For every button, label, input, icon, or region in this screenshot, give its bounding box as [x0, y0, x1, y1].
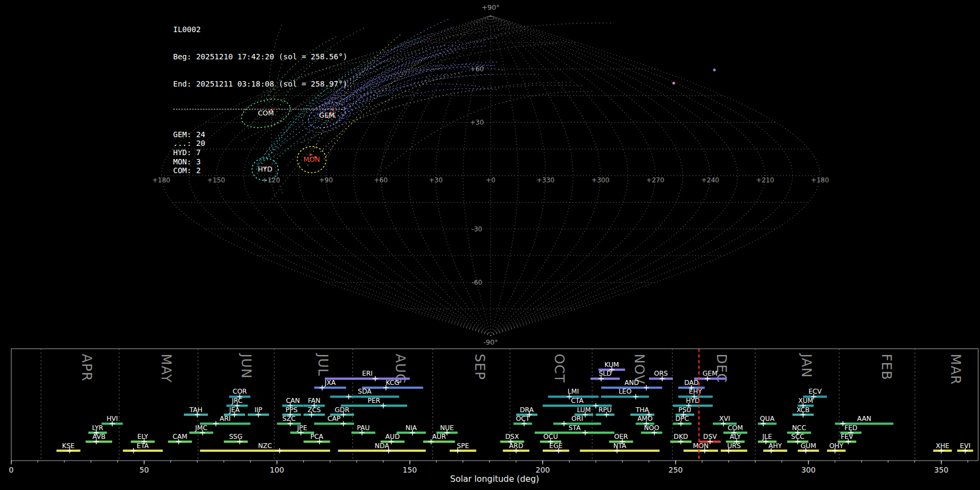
x-tick-label: 300 [801, 465, 816, 474]
shower-label-SCC: SCC [791, 433, 804, 440]
shower-label-DAD: DAD [684, 379, 699, 387]
shower-label-NTA: NTA [613, 442, 626, 450]
shower-label-JRC: JRC [231, 397, 243, 405]
shower-label-ETA: ETA [137, 442, 149, 450]
shower-label-GUM: GUM [800, 442, 816, 450]
shower-peak-CAP [341, 421, 346, 426]
shower-label-ELY: ELY [137, 433, 149, 440]
x-axis: 050100150200250300350Solar longitude (de… [9, 461, 967, 484]
shower-bar-SDA [330, 396, 399, 398]
month-label-APR: APR [79, 354, 94, 382]
shower-label-DRA: DRA [520, 406, 534, 414]
shower-label-RPU: RPU [598, 406, 611, 414]
month-label-FEB: FEB [879, 354, 894, 381]
shower-label-NZC: NZC [258, 442, 272, 450]
shower-peak-CTA [593, 403, 599, 408]
longitude-label: +270 [646, 176, 664, 184]
shower-peak-JXA [320, 385, 325, 390]
shower-bar-AUR [423, 440, 455, 443]
shower-count-line: COM: 2 [173, 166, 347, 175]
south-pole-label: -90° [483, 338, 498, 346]
stray-point [713, 69, 716, 71]
x-tick-label: 200 [536, 465, 550, 474]
shower-label-SLD: SLD [599, 370, 612, 377]
shower-label-FED: FED [844, 424, 857, 432]
longitude-label: +0 [486, 176, 495, 184]
observation-end: End: 20251211 03:18:08 (sol = 258.97°) [173, 79, 347, 89]
shower-peak-NZC [277, 448, 283, 454]
x-tick-label: 0 [9, 465, 14, 474]
shower-label-CAN: CAN [286, 397, 300, 405]
shower-label-NIA: NIA [406, 424, 418, 432]
shower-label-ERI: ERI [362, 370, 373, 377]
shower-label-IIP: IIP [254, 406, 262, 414]
shower-label-EGE: EGE [549, 442, 563, 450]
shower-label-AHY: AHY [768, 442, 782, 450]
shower-label-CAP: CAP [328, 415, 341, 422]
shower-bar-PCA [304, 440, 330, 443]
shower-label-PSU: PSU [678, 406, 691, 414]
shower-label-URS: URS [727, 442, 741, 450]
shower-label-JPE: JPE [297, 424, 307, 432]
meteor-trail [358, 24, 509, 96]
meteor-trail [331, 46, 486, 109]
shower-label-LMI: LMI [568, 388, 579, 395]
shower-label-SSG: SSG [229, 433, 243, 440]
graticule-meridian [491, 16, 793, 336]
info-separator [173, 109, 345, 109]
longitude-label: +210 [756, 176, 774, 184]
shower-peak-AND [644, 385, 649, 390]
shower-label-AMO: AMO [638, 415, 653, 422]
month-label-JUN: JUN [238, 353, 254, 379]
shower-label-OCT: OCT [516, 415, 530, 422]
shower-label-NOO: NOO [644, 424, 659, 432]
shower-label-CAM: CAM [173, 433, 187, 440]
month-label-JUL: JUL [315, 353, 330, 377]
shower-label-EHY: EHY [689, 388, 702, 395]
shower-label-HYD: HYD [686, 397, 700, 405]
north-pole-label: +90° [482, 3, 500, 11]
graticule-meridian [491, 16, 628, 336]
shower-count-line: MON: 3 [173, 157, 347, 167]
month-label-MAY: MAY [158, 354, 174, 383]
shower-label-SPE: SPE [457, 442, 469, 450]
shower-peak-ARI [213, 421, 219, 426]
shower-peak-STA [583, 430, 588, 436]
shower-bar-AND [601, 387, 662, 389]
shower-count-line: HYD: 7 [173, 148, 347, 157]
shower-bar-NZC [200, 450, 330, 452]
shower-bar-URS [721, 450, 748, 452]
shower-label-XVI: XVI [719, 415, 730, 422]
shower-label-KSE: KSE [62, 442, 75, 450]
shower-peak-ETA [131, 448, 136, 454]
shower-label-XCB: XCB [797, 406, 810, 414]
meteor-radiant-report: +180+150+120+90+60+30+0+330+300+270+240+… [0, 0, 980, 490]
shower-label-DKD: DKD [673, 433, 688, 440]
longitude-label: +240 [701, 176, 719, 184]
meteor-trail [377, 22, 477, 176]
shower-label-ARI: ARI [219, 415, 230, 422]
shower-label-COR: COR [232, 388, 247, 395]
shower-label-PPS: PPS [285, 406, 297, 414]
stray-point [672, 82, 675, 84]
shower-peak-ERI [372, 376, 378, 382]
shower-label-PAU: PAU [357, 424, 370, 432]
longitude-label: +180 [811, 176, 829, 184]
shower-bar-AVB [85, 440, 112, 443]
shower-label-THA: THA [635, 406, 649, 414]
shower-bar-JXA [314, 387, 346, 389]
shower-label-ORS: ORS [654, 370, 668, 377]
shower-label-QUA: QUA [760, 415, 775, 422]
meteor-trail [335, 47, 462, 124]
shower-label-KUM: KUM [604, 361, 619, 369]
shower-label-AUD: AUD [385, 433, 400, 440]
shower-label-AND: AND [624, 379, 639, 387]
shower-label-PCA: PCA [310, 433, 324, 440]
month-label-SEP: SEP [472, 354, 487, 381]
shower-label-OHY: OHY [829, 442, 844, 450]
shower-label-JEA: JEA [229, 406, 240, 414]
shower-label-NUE: NUE [440, 424, 454, 432]
shower-count-line: GEM: 24 [173, 130, 347, 139]
shower-bar-NTA [580, 450, 659, 452]
shower-label-ECV: ECV [808, 388, 822, 395]
